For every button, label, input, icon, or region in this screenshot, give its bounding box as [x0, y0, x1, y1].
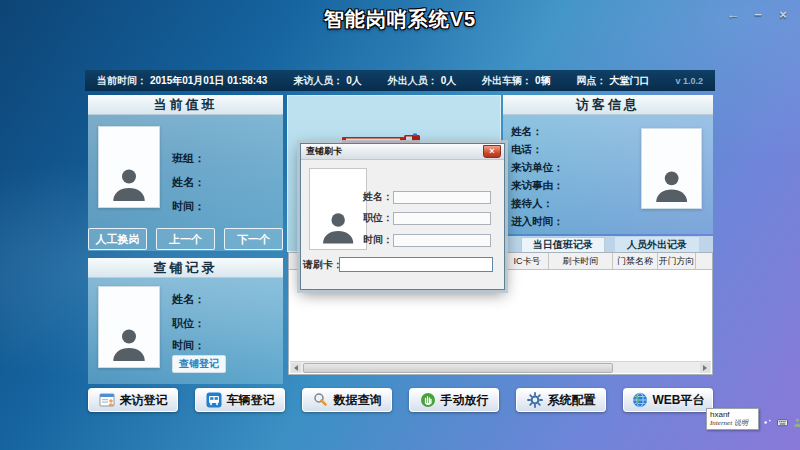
dialog-name-field[interactable]	[393, 191, 491, 204]
manual-shift-button[interactable]: 人工换岗	[88, 228, 147, 250]
toolbar-button-label: 来访登记	[120, 392, 168, 409]
status-visitors: 来访人员： 0人	[293, 74, 362, 88]
toolbar-button-label: 系统配置	[548, 392, 596, 409]
table-col-door-direction[interactable]: 开门方向	[658, 253, 696, 269]
toolbar-button-label: WEB平台	[653, 392, 705, 409]
tab-personnel-out-record[interactable]: 人员外出记录	[615, 237, 699, 252]
scroll-right-arrow-icon[interactable]	[700, 363, 710, 373]
inspection-time-label: 时间：	[172, 338, 205, 353]
table-col-door-name[interactable]: 门禁名称	[613, 253, 658, 269]
inspection-register-button[interactable]: 查铺登记	[172, 355, 226, 373]
app-title: 智能岗哨系统V5	[0, 6, 800, 33]
status-bar: 当前时间： 2015年01月01日 01:58:43 来访人员： 0人 外出人员…	[85, 70, 715, 91]
visitor-phone-label: 电话：	[511, 143, 543, 157]
vehicle-register-icon	[206, 392, 222, 408]
horizontal-scrollbar[interactable]	[290, 361, 711, 373]
dialog-name-label: 姓名：	[359, 190, 393, 204]
data-query-icon	[313, 392, 329, 408]
inspection-photo	[98, 286, 160, 368]
inspection-record-title: 查铺记录	[88, 258, 283, 278]
record-tab-bar: 当日值班记录 人员外出记录	[503, 236, 713, 252]
desktop: 智能岗哨系统V5 ← − × 当前时间： 2015年01月01日 01:58:4…	[0, 0, 800, 450]
visitor-host-label: 接待人：	[511, 197, 553, 211]
keyboard-icon[interactable]	[777, 417, 788, 428]
toolbar-button-label: 车辆登记	[227, 392, 275, 409]
toolbar-button-label: 数据查询	[334, 392, 382, 409]
dialog-titlebar[interactable]: 查铺刷卡 ×	[301, 144, 504, 160]
person-icon	[318, 210, 358, 244]
next-button[interactable]: 下一个	[224, 228, 283, 250]
dialog-time-label: 时间：	[359, 233, 393, 247]
web-platform-button[interactable]: WEB平台	[623, 388, 713, 412]
table-col-spacer	[696, 253, 712, 269]
status-current-time: 当前时间： 2015年01月01日 01:58:43	[97, 74, 267, 88]
data-query-button[interactable]: 数据查询	[302, 388, 392, 412]
table-col-swipe-time[interactable]: 刷卡时间	[549, 253, 613, 269]
manual-release-button[interactable]: 手动放行	[409, 388, 499, 412]
dialog-close-icon[interactable]: ×	[483, 145, 501, 158]
visitor-reason-label: 来访事由：	[511, 179, 564, 193]
version-label: v 1.0.2	[675, 76, 703, 86]
duty-name-label: 姓名：	[172, 175, 205, 190]
back-icon[interactable]: ←	[726, 7, 740, 22]
visitor-entry-time-label: 进入时间：	[511, 215, 564, 229]
visitor-info-title: 访客信息	[503, 95, 713, 115]
visitor-photo	[641, 128, 702, 209]
close-icon[interactable]: ×	[776, 7, 790, 22]
dialog-position-label: 职位：	[359, 211, 393, 225]
duty-photo	[98, 126, 160, 208]
person-icon	[108, 326, 150, 361]
dialog-position-field[interactable]	[393, 212, 491, 225]
window-controls: ← − ×	[726, 7, 790, 22]
tab-today-duty-record[interactable]: 当日值班记录	[521, 237, 605, 252]
inspection-position-label: 职位：	[172, 316, 205, 331]
dialog-time-field[interactable]	[393, 234, 491, 247]
help-person-icon[interactable]	[792, 417, 800, 428]
duty-team-label: 班组：	[172, 151, 205, 166]
vehicle-register-button[interactable]: 车辆登记	[195, 388, 285, 412]
swipe-card-label: 请刷卡：	[303, 258, 339, 272]
current-duty-title: 当前值班	[88, 95, 283, 115]
visitor-name-label: 姓名：	[511, 125, 543, 139]
previous-button[interactable]: 上一个	[156, 228, 215, 250]
dialog-title: 查铺刷卡	[306, 145, 342, 158]
tooltip-description: Internet 说明	[710, 419, 755, 428]
person-icon	[108, 166, 150, 201]
swipe-card-input[interactable]	[339, 257, 493, 272]
tooltip-username: hxanf	[710, 410, 755, 419]
duty-time-label: 时间：	[172, 199, 205, 214]
duty-buttons-row: 人工换岗 上一个 下一个	[88, 228, 283, 250]
manual-release-icon	[420, 392, 436, 408]
scrollbar-thumb[interactable]	[303, 363, 613, 373]
language-tooltip: hxanf Internet 说明	[706, 408, 759, 430]
web-platform-icon	[632, 392, 648, 408]
inspection-swipe-dialog: 查铺刷卡 × 姓名： 职位： 时间： 请刷卡：	[300, 143, 505, 290]
status-people-out: 外出人员： 0人	[388, 74, 457, 88]
ime-dot-icon[interactable]	[762, 417, 773, 428]
system-config-icon	[527, 392, 543, 408]
inspection-record-panel: 查铺记录 姓名： 职位： 时间： 查铺登记	[88, 258, 283, 384]
inspection-name-label: 姓名：	[172, 292, 205, 307]
status-site: 网点： 大堂门口	[577, 74, 650, 88]
status-vehicles-out: 外出车辆： 0辆	[482, 74, 551, 88]
minimize-icon[interactable]: −	[751, 7, 765, 22]
person-icon	[651, 168, 692, 202]
visitor-info-panel: 访客信息 姓名： 电话： 来访单位： 来访事由： 接待人： 进入时间：	[503, 95, 713, 234]
visitor-register-button[interactable]: 来访登记	[88, 388, 178, 412]
language-bar-icons	[762, 417, 800, 428]
system-config-button[interactable]: 系统配置	[516, 388, 606, 412]
table-col-ic-card[interactable]: IC卡号	[506, 253, 549, 269]
visitor-company-label: 来访单位：	[511, 161, 564, 175]
visitor-register-icon	[99, 392, 115, 408]
scroll-left-arrow-icon[interactable]	[291, 363, 301, 373]
toolbar-button-label: 手动放行	[441, 392, 489, 409]
